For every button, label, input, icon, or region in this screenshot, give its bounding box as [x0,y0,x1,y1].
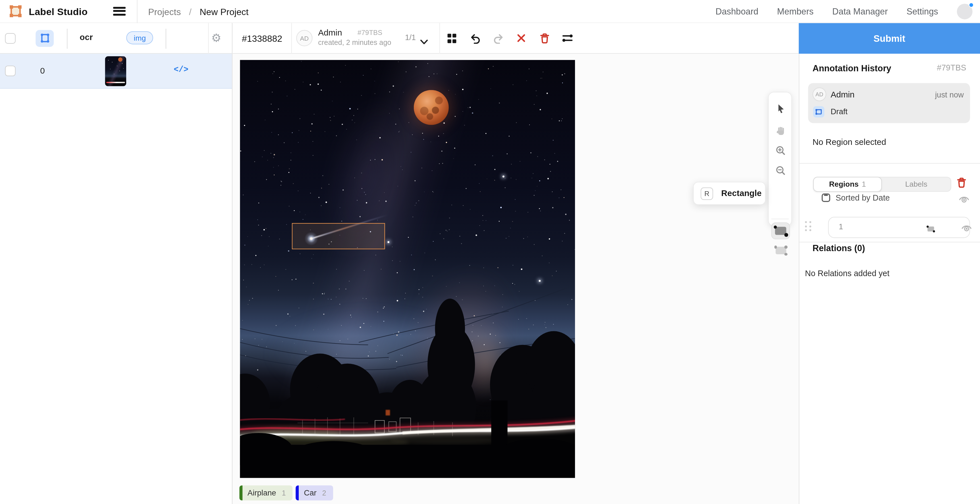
region-visibility-eye-icon[interactable] [961,224,972,235]
history-status: Draft [830,107,848,116]
grid-view-all-icon[interactable] [446,33,458,44]
history-entry[interactable]: AD Admin just now Draft [808,83,970,123]
navbar-divider [137,0,138,23]
cursor-icon [776,104,785,114]
author-avatar: AD [296,30,312,46]
annotation-region-rectangle[interactable] [292,223,385,249]
zoom-in-icon [776,145,786,156]
sidebar-divider [799,163,980,164]
sort-order-control[interactable]: Sorted by Date [821,193,889,202]
breadcrumb: Projects / New Project [148,7,248,17]
header-divider [439,23,440,54]
column-divider [208,23,208,54]
column-divider [67,29,67,48]
image-canvas[interactable] [240,60,575,478]
three-point-rectangle-tool[interactable] [772,243,790,258]
column-divider [166,29,166,48]
task-thumbnail[interactable] [105,56,126,86]
swap-annotations-icon[interactable] [562,33,573,44]
region-entry[interactable]: 1 [828,217,970,238]
hamburger-menu-icon[interactable] [113,7,126,16]
breadcrumb-projects[interactable]: Projects [148,7,181,17]
relations-title: Relations (0) [813,243,865,253]
tab-labels[interactable]: Labels [882,178,951,191]
history-header: Annotation History #79TBS [813,63,966,73]
history-title: Annotation History [813,63,891,73]
relations-empty-text: No Relations added yet [805,269,889,278]
sidebar-divider [799,242,980,242]
tab-regions-count: 1 [862,180,866,189]
nav-link-members[interactable]: Members [777,6,813,16]
row-checkbox[interactable] [5,66,16,76]
label-name: Car [304,489,317,498]
label-row: Airplane 1 Car 2 [239,485,333,501]
data-panel: 0 </> [0,54,232,504]
history-avatar: AD [813,87,826,101]
breadcrumb-separator: / [189,7,192,17]
select-all-checkbox[interactable] [5,33,16,43]
trash-icon[interactable] [539,33,550,44]
submit-button[interactable]: Submit [799,23,980,54]
label-color-bar [239,485,242,501]
task-id: #1338882 [242,33,282,43]
label-hotkey: 2 [322,489,326,497]
no-region-text: No Region selected [813,137,886,147]
label-studio-app: Label Studio Projects / New Project Dash… [0,0,980,504]
drag-handle[interactable] [805,221,811,231]
rectangle-tool-selected[interactable] [772,223,790,239]
hand-icon [775,125,786,136]
created-info: created, 2 minutes ago [318,38,391,46]
pan-tool[interactable] [769,121,793,140]
annotation-ref: #79TBS [358,29,382,36]
toggle-all-visibility-eye-icon[interactable] [959,195,969,206]
grid-view-button[interactable] [35,30,54,46]
nav-link-data-manager[interactable]: Data Manager [832,6,888,16]
move-cursor-tool[interactable] [769,99,793,118]
toolbar-divider [772,219,789,219]
task-row[interactable]: 0 </> [0,54,232,89]
breadcrumb-current: New Project [200,7,249,17]
tooltip-label: Rectangle [721,189,762,198]
brand-title: Label Studio [29,6,88,17]
grid-view-icon [39,32,50,44]
hotkey-keycap: R [701,187,713,200]
zoom-out-tool[interactable] [769,161,793,180]
row-index: 0 [25,66,60,76]
label-studio-logo-icon [10,5,22,20]
zoom-out-icon [776,165,786,176]
data-panel-header: ocr img ⚙ [0,23,232,54]
label-hotkey: 1 [282,489,286,497]
tab-regions[interactable]: Regions 1 [813,177,882,192]
lit-window [386,410,390,416]
chevron-down-icon[interactable] [420,36,428,47]
top-navbar: Label Studio Projects / New Project Dash… [0,0,980,23]
code-icon[interactable]: </> [173,65,188,75]
label-car[interactable]: Car 2 [296,485,333,501]
img-tag-badge: img [126,31,153,45]
column-header-ocr[interactable]: ocr [69,32,104,41]
annotation-pager: 1/1 [405,33,416,42]
region-list-item[interactable]: 1 [799,215,980,240]
author-name: Admin [318,28,342,37]
nav-link-dashboard[interactable]: Dashboard [715,6,758,16]
region-rectangle-icon [926,224,935,235]
delete-regions-trash-icon[interactable] [957,178,966,191]
canvas-toolbar [768,92,792,226]
nav-link-settings[interactable]: Settings [907,6,938,16]
label-name: Airplane [248,489,276,498]
reset-close-icon[interactable] [515,33,527,44]
navbar-links: Dashboard Members Data Manager Settings [715,0,972,23]
three-point-rectangle-icon [775,247,786,254]
history-author: Admin [830,90,854,99]
gear-icon[interactable]: ⚙ [211,31,221,45]
undo-icon[interactable] [469,33,480,44]
regions-labels-tabs: Regions 1 Labels [813,177,951,192]
draft-icon [813,106,824,118]
redo-icon[interactable] [493,33,504,44]
label-airplane[interactable]: Airplane 1 [239,485,293,501]
label-color-bar [296,485,299,501]
zoom-in-tool[interactable] [769,141,793,160]
region-index: 1 [839,223,843,231]
annotation-workspace: Airplane 1 Car 2 [232,54,799,504]
user-avatar[interactable] [957,4,973,19]
